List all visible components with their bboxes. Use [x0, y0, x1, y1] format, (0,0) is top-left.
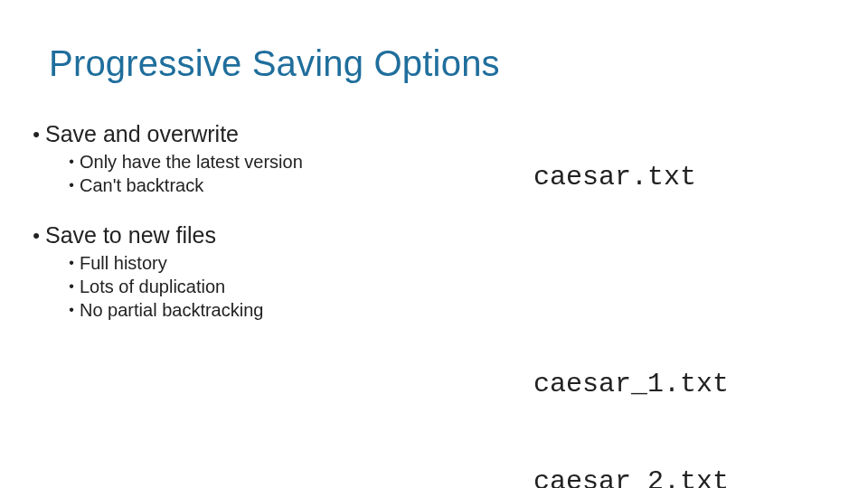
bullet-dot-icon: • [63, 251, 80, 275]
bullet-dot-icon: • [63, 150, 80, 174]
bullet-text: No partial backtracking [80, 298, 263, 322]
slide-title: Progressive Saving Options [49, 43, 500, 84]
bullet-dot-icon: • [63, 298, 80, 322]
example-file: caesar_1.txt [533, 368, 729, 400]
bullet-dot-icon: • [63, 174, 80, 197]
bullet-level2: • Only have the latest version [63, 150, 497, 174]
bullet-level2: • Can't backtrack [63, 174, 497, 197]
bullet-level2: • Lots of duplication [63, 275, 497, 298]
spacer [27, 197, 497, 219]
bullet-level1: • Save and overwrite [27, 121, 497, 148]
example-file: caesar_2.txt [533, 465, 729, 488]
example-files-list: caesar_1.txt caesar_2.txt caesar_3.txt [533, 303, 729, 488]
bullet-level2: • No partial backtracking [63, 298, 497, 322]
bullet-text: Full history [80, 251, 167, 275]
bullet-dot-icon: • [27, 222, 45, 249]
bullet-text: Only have the latest version [80, 150, 303, 174]
section-heading: Save to new files [45, 222, 216, 249]
slide: Progressive Saving Options • Save and ov… [0, 0, 868, 488]
bullet-dot-icon: • [63, 275, 80, 298]
slide-body: • Save and overwrite • Only have the lat… [27, 117, 497, 322]
bullet-dot-icon: • [27, 121, 45, 148]
bullet-level1: • Save to new files [27, 222, 497, 249]
bullet-level2: • Full history [63, 251, 497, 275]
bullet-text: Can't backtrack [80, 174, 203, 197]
example-file-single: caesar.txt [533, 161, 696, 193]
bullet-text: Lots of duplication [80, 275, 225, 298]
section-heading: Save and overwrite [45, 121, 239, 147]
